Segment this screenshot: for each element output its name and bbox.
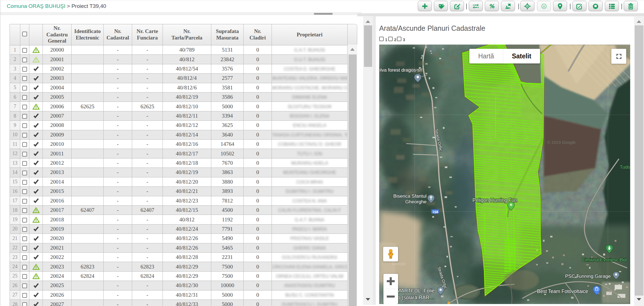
svg-text:%: % — [489, 3, 494, 10]
svg-text:© 2023 Google: © 2023 Google — [547, 140, 576, 145]
svg-text:Cimitirul Evreiesc Bul: Cimitirul Evreiesc Bul — [581, 257, 627, 263]
svg-text:Gheorghe: Gheorghe — [405, 199, 427, 204]
svg-text:158: 158 — [432, 210, 438, 214]
svg-text:Best Team Fotovoltaice: Best Team Fotovoltaice — [537, 289, 588, 294]
svg-text:uto (solară RAR…: uto (solară RAR… — [393, 295, 434, 300]
svg-text:PSC Tunning Garage: PSC Tunning Garage — [565, 274, 611, 279]
svg-text:Google: Google — [392, 261, 406, 266]
svg-text:ilva forest dragos srl: ilva forest dragos srl — [379, 67, 422, 73]
svg-text:MARTFOL: Folie: MARTFOL: Folie — [397, 288, 435, 294]
svg-text:Tudo: Tudo — [620, 164, 630, 169]
svg-text:Biserica Sfantul: Biserica Sfantul — [393, 193, 427, 199]
